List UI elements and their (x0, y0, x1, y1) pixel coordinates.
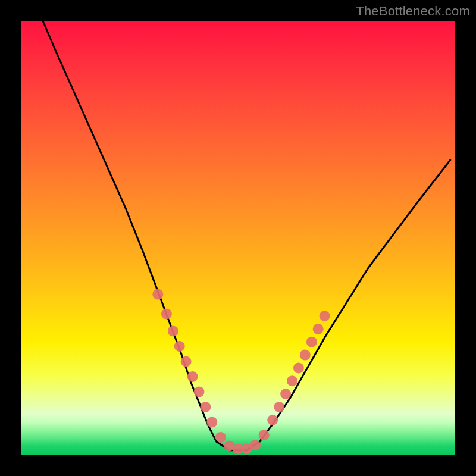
watermark-text: TheBottleneck.com (356, 4, 470, 19)
chart-frame: TheBottleneck.com (0, 0, 476, 476)
marker-dot (250, 440, 261, 450)
marker-dot (194, 386, 205, 397)
marker-dot (152, 289, 163, 300)
marker-dot (313, 324, 324, 334)
marker-dot (200, 402, 211, 412)
marker-dot (267, 415, 278, 425)
marker-dot (300, 350, 311, 361)
marker-dot (206, 416, 217, 427)
bottleneck-curve (43, 21, 450, 450)
marker-dot (259, 430, 270, 440)
marker-dot (174, 341, 185, 352)
marker-dot (215, 432, 226, 443)
marker-dot (293, 362, 304, 373)
marker-dot (187, 371, 198, 382)
marker-dot (161, 308, 172, 319)
curve-layer (21, 21, 455, 455)
marker-dot (181, 356, 192, 367)
marker-dot (274, 402, 284, 412)
marker-dot (306, 337, 317, 347)
marker-dot (287, 375, 298, 386)
plot-area (21, 21, 455, 455)
marker-dot (320, 311, 330, 321)
marker-group (152, 289, 330, 455)
marker-dot (280, 389, 291, 399)
marker-dot (168, 326, 178, 337)
